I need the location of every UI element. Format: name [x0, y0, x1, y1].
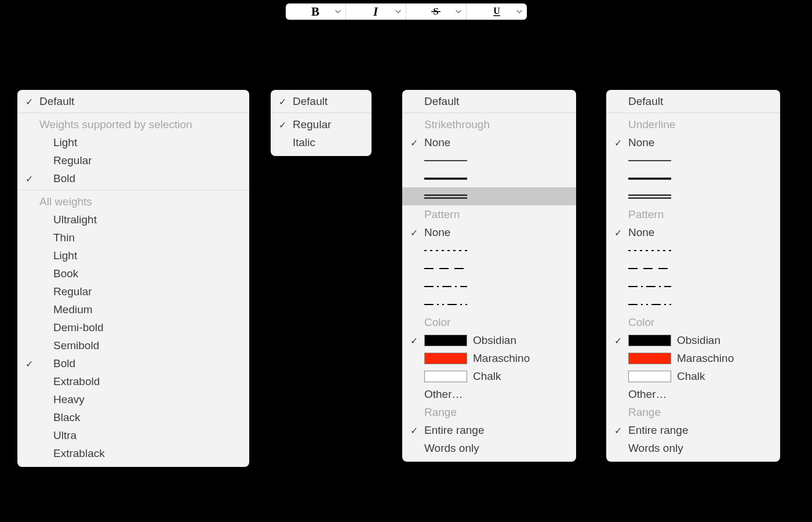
menu-item-pattern-dashed[interactable]: [402, 259, 576, 277]
strikethrough-button[interactable]: S: [406, 3, 467, 20]
menu-item-weight[interactable]: Semibold: [17, 336, 249, 354]
line-pattern-dashdotdot-icon: [424, 298, 467, 311]
menu-item-strike-thin[interactable]: [402, 151, 576, 169]
menu-item-range-entire[interactable]: Entire range: [606, 421, 780, 439]
underline-button[interactable]: U: [467, 3, 527, 20]
menu-item-weight[interactable]: Regular: [17, 282, 249, 300]
menu-item-weight[interactable]: Bold: [17, 169, 249, 187]
menu-item-weight[interactable]: Extrablack: [17, 444, 249, 462]
menu-item-color-other[interactable]: Other…: [606, 385, 780, 403]
menu-item-weight[interactable]: Demi-bold: [17, 318, 249, 336]
menu-item-weight[interactable]: Extrabold: [17, 372, 249, 390]
separator: [606, 113, 780, 113]
chevron-down-icon[interactable]: [395, 9, 401, 14]
menu-item-pattern-dashed[interactable]: [606, 259, 780, 277]
menu-item-label: Default: [628, 95, 663, 108]
menu-item-weight[interactable]: Ultra: [17, 426, 249, 444]
color-swatch: [424, 335, 467, 346]
menu-item-under-thin[interactable]: [606, 151, 780, 169]
line-pattern-dashed-icon: [628, 262, 671, 275]
menu-item-weight[interactable]: Black: [17, 408, 249, 426]
menu-item-label: Chalk: [677, 370, 705, 383]
underline-icon: U: [491, 6, 502, 17]
menu-item-weight[interactable]: Heavy: [17, 390, 249, 408]
menu-item-label: Entire range: [628, 424, 689, 437]
color-swatch: [628, 371, 671, 382]
check-icon: [614, 226, 628, 239]
menu-item-label: Bold: [53, 172, 75, 185]
section-header-supported: Weights supported by selection: [17, 115, 249, 133]
menu-item-weight[interactable]: Thin: [17, 229, 249, 246]
menu-item-label: None: [628, 226, 654, 239]
menu-item-label: Light: [53, 136, 77, 149]
menu-item-pattern-dotted[interactable]: [402, 241, 576, 259]
menu-item-strike-none[interactable]: None: [402, 133, 576, 151]
chevron-down-icon[interactable]: [516, 9, 522, 14]
menu-item-label: Ultralight: [53, 213, 97, 226]
menu-item-default[interactable]: Default: [271, 92, 372, 110]
menu-item-range-words[interactable]: Words only: [606, 439, 780, 457]
menu-item-label: Regular: [53, 285, 92, 298]
italic-button[interactable]: I: [346, 3, 406, 20]
menu-item-pattern-dashdotdot[interactable]: [402, 295, 576, 313]
menu-item-color[interactable]: Obsidian: [606, 331, 780, 349]
color-swatch: [628, 335, 671, 346]
line-pattern-dashdot-icon: [628, 280, 671, 293]
menu-item-color-other[interactable]: Other…: [402, 385, 576, 403]
menu-item-pattern-dashdotdot[interactable]: [606, 295, 780, 313]
menu-item-pattern-none[interactable]: None: [606, 223, 780, 241]
line-pattern-dashed-icon: [424, 262, 467, 275]
line-style-double-icon: [424, 190, 467, 203]
menu-item-color[interactable]: Chalk: [402, 367, 576, 385]
chevron-down-icon[interactable]: [335, 9, 341, 14]
menu-item-style[interactable]: Regular: [271, 115, 372, 133]
section-header-pattern: Pattern: [402, 205, 576, 223]
menu-item-pattern-dashdot[interactable]: [606, 277, 780, 295]
menu-item-label: Black: [53, 411, 80, 424]
menu-item-default[interactable]: Default: [402, 92, 576, 110]
menu-item-label: Words only: [628, 442, 683, 455]
chevron-down-icon[interactable]: [456, 9, 461, 14]
menu-item-label: Extrablack: [53, 447, 105, 460]
separator: [17, 113, 249, 113]
menu-item-label: None: [628, 136, 654, 149]
line-pattern-dashdot-icon: [424, 280, 467, 293]
menu-item-color[interactable]: Maraschino: [606, 349, 780, 367]
menu-item-color[interactable]: Chalk: [606, 367, 780, 385]
check-icon: [614, 424, 628, 437]
menu-item-weight[interactable]: Ultralight: [17, 211, 249, 229]
menu-item-under-none[interactable]: None: [606, 133, 780, 151]
menu-item-label: Regular: [293, 118, 332, 131]
menu-item-style[interactable]: Italic: [271, 133, 372, 151]
menu-item-range-entire[interactable]: Entire range: [402, 421, 576, 439]
check-icon: [410, 136, 424, 149]
menu-item-label: Maraschino: [677, 352, 734, 365]
menu-item-strike-double[interactable]: [402, 187, 576, 205]
menu-item-weight[interactable]: Medium: [17, 300, 249, 318]
check-icon: [614, 136, 628, 149]
menu-item-under-thick[interactable]: [606, 169, 780, 187]
menu-item-pattern-dashdot[interactable]: [402, 277, 576, 295]
menu-item-label: Entire range: [424, 424, 485, 437]
menu-item-weight[interactable]: Bold: [17, 354, 249, 372]
menu-item-pattern-none[interactable]: None: [402, 223, 576, 241]
menu-item-weight[interactable]: Regular: [17, 151, 249, 169]
menu-item-color[interactable]: Maraschino: [402, 349, 576, 367]
menu-item-label: Obsidian: [677, 334, 720, 347]
color-swatch: [424, 371, 467, 382]
bold-button[interactable]: B: [286, 3, 346, 20]
menu-item-strike-thick[interactable]: [402, 169, 576, 187]
menu-item-under-double[interactable]: [606, 187, 780, 205]
menu-item-weight[interactable]: Book: [17, 264, 249, 282]
menu-item-pattern-dotted[interactable]: [606, 241, 780, 259]
menu-item-label: Heavy: [53, 393, 85, 406]
menu-item-label: Chalk: [473, 370, 501, 383]
menu-item-weight[interactable]: Light: [17, 246, 249, 264]
menu-item-default[interactable]: Default: [606, 92, 780, 110]
menu-item-weight[interactable]: Light: [17, 133, 249, 151]
menu-item-range-words[interactable]: Words only: [402, 439, 576, 457]
menu-item-color[interactable]: Obsidian: [402, 331, 576, 349]
check-icon: [26, 172, 39, 185]
menu-item-default[interactable]: Default: [17, 92, 249, 110]
section-header-range: Range: [402, 403, 576, 421]
